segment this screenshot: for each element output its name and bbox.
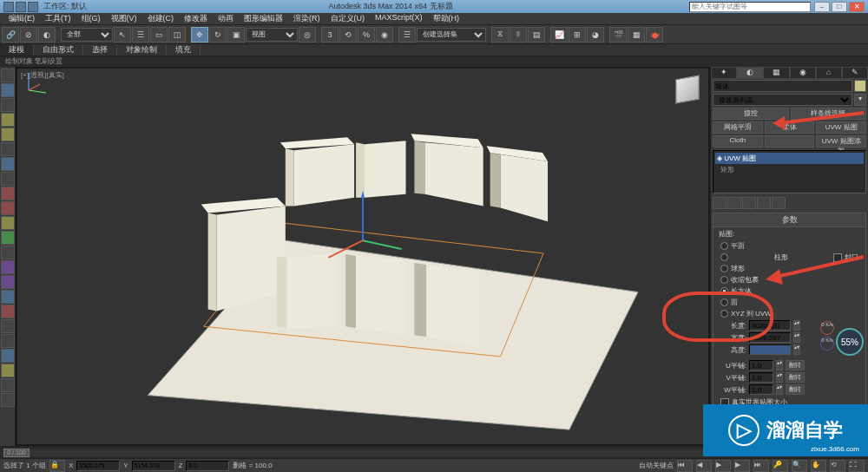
gotoend-icon[interactable]: ⏭ bbox=[753, 460, 769, 472]
length-input[interactable] bbox=[749, 320, 791, 331]
rendersetup-icon[interactable]: 🎬 bbox=[609, 27, 627, 43]
lt-18-icon[interactable] bbox=[1, 319, 15, 333]
menu-group[interactable]: 组(G) bbox=[76, 13, 106, 24]
schematic-icon[interactable]: ⊞ bbox=[569, 27, 586, 43]
menu-modifiers[interactable]: 修改器 bbox=[179, 13, 213, 24]
tab-populate[interactable]: 填充 bbox=[167, 44, 201, 56]
btn-cameracorrect[interactable]: 摄控 bbox=[713, 108, 789, 120]
menu-rendering[interactable]: 渲染(R) bbox=[288, 13, 326, 24]
modifier-list-dropdown[interactable]: 修改器列表 bbox=[713, 94, 852, 106]
radio-xyz[interactable]: XYZ 到 UVW bbox=[713, 308, 865, 319]
render-icon[interactable]: 🫖 bbox=[646, 27, 663, 43]
lt-23-icon[interactable] bbox=[1, 393, 15, 407]
snap-icon[interactable]: 3 bbox=[321, 27, 339, 43]
configure-sets-icon[interactable]: ▾ bbox=[854, 94, 866, 106]
lt-15-icon[interactable] bbox=[1, 275, 15, 289]
refcoord-dropdown[interactable]: 视图 bbox=[246, 28, 298, 42]
menu-grapheditors[interactable]: 图形编辑器 bbox=[239, 13, 288, 24]
layers-icon[interactable]: ▤ bbox=[528, 27, 545, 43]
zoom-icon[interactable]: 🔍 bbox=[792, 460, 807, 472]
configure-icon[interactable] bbox=[772, 197, 786, 209]
coord-z-input[interactable] bbox=[186, 461, 229, 471]
prev-icon[interactable]: ◀ bbox=[696, 460, 712, 472]
wflip-button[interactable]: 翻转 bbox=[786, 384, 805, 395]
mirror-icon[interactable]: ⧖ bbox=[491, 27, 509, 43]
length-spin-icon[interactable]: ▴▾ bbox=[793, 320, 800, 331]
maximize-button[interactable]: □ bbox=[832, 2, 847, 12]
btn-flex[interactable]: 柔体 bbox=[765, 121, 815, 134]
cap-checkbox[interactable]: 封口 bbox=[833, 252, 858, 262]
rollup-header-params[interactable]: 参数 bbox=[713, 213, 865, 227]
radio-planar[interactable]: 平面 bbox=[713, 240, 865, 252]
unlink-icon[interactable]: ⊘ bbox=[20, 27, 37, 43]
menu-animation[interactable]: 动画 bbox=[213, 13, 239, 24]
lt-5-icon[interactable] bbox=[1, 128, 15, 141]
help-search-input[interactable] bbox=[689, 2, 811, 12]
vtile-input[interactable] bbox=[749, 372, 773, 383]
radio-shrinkwrap[interactable]: 收缩包裹 bbox=[713, 274, 865, 285]
lt-8-icon[interactable] bbox=[1, 172, 15, 186]
lt-12-icon[interactable] bbox=[1, 231, 15, 245]
orbit-icon[interactable]: ⟲ bbox=[830, 460, 845, 472]
lt-11-icon[interactable] bbox=[1, 216, 15, 230]
menu-maxscript[interactable]: MAXScript(X) bbox=[370, 13, 428, 24]
maximize-vp-icon[interactable]: ⛶ bbox=[849, 460, 865, 472]
tab-modeling[interactable]: 建模 bbox=[0, 44, 34, 56]
material-icon[interactable]: ◕ bbox=[587, 27, 604, 43]
btn-cloth[interactable]: Cloth bbox=[713, 135, 763, 148]
lt-14-icon[interactable] bbox=[1, 260, 15, 274]
namedsel-icon[interactable]: ☰ bbox=[398, 27, 416, 43]
pan-icon[interactable]: ✋ bbox=[811, 460, 826, 472]
vtile-spin-icon[interactable]: ▴▾ bbox=[776, 372, 783, 383]
remove-mod-icon[interactable] bbox=[757, 197, 771, 209]
width-spin-icon[interactable]: ▴▾ bbox=[793, 332, 800, 343]
width-input[interactable] bbox=[749, 332, 791, 343]
selectname-icon[interactable]: ☰ bbox=[132, 27, 149, 43]
rectselect-icon[interactable]: ▭ bbox=[150, 27, 168, 43]
anglesnap-icon[interactable]: ⟲ bbox=[339, 27, 357, 43]
height-input[interactable] bbox=[749, 344, 791, 355]
pctsnap-icon[interactable]: % bbox=[358, 27, 375, 43]
workspace-label[interactable]: 工作区: 默认 bbox=[38, 1, 92, 12]
radio-cylindrical[interactable]: 柱形封口 bbox=[713, 252, 865, 263]
modifier-stack[interactable]: ◈ UVW 贴图 矩形 bbox=[713, 150, 866, 193]
tab-display-icon[interactable]: ⌂ bbox=[816, 67, 842, 79]
radio-box[interactable]: 长方体 bbox=[713, 285, 865, 297]
next-icon[interactable]: ▶ bbox=[734, 460, 750, 472]
lt-6-icon[interactable] bbox=[1, 142, 15, 156]
select-icon[interactable]: ↖ bbox=[114, 27, 131, 43]
height-spin-icon[interactable]: ▴▾ bbox=[793, 344, 800, 355]
lt-21-icon[interactable] bbox=[1, 364, 15, 377]
undo-icon[interactable] bbox=[16, 2, 26, 12]
object-color-swatch[interactable] bbox=[854, 80, 866, 92]
move-icon[interactable]: ✥ bbox=[191, 27, 208, 43]
utile-input[interactable] bbox=[749, 360, 773, 370]
curveeditor-icon[interactable]: 📈 bbox=[550, 27, 568, 43]
object-name-input[interactable] bbox=[713, 80, 852, 92]
tab-modify-icon[interactable]: ◐ bbox=[737, 67, 763, 79]
btn-meshsmooth[interactable]: 网格平滑 bbox=[713, 121, 763, 134]
app-icon[interactable] bbox=[3, 2, 14, 12]
window-icon[interactable]: ◫ bbox=[168, 27, 186, 43]
tab-create-icon[interactable]: ✦ bbox=[711, 67, 737, 79]
menu-create[interactable]: 创建(C) bbox=[142, 13, 180, 24]
gotostart-icon[interactable]: ⏮ bbox=[677, 460, 693, 472]
btn-uvwmap[interactable]: UVW 贴图 bbox=[816, 121, 866, 134]
rotate-icon[interactable]: ↻ bbox=[209, 27, 227, 43]
lt-19-icon[interactable] bbox=[1, 334, 15, 348]
redo-icon[interactable] bbox=[28, 2, 38, 12]
lt-22-icon[interactable] bbox=[1, 378, 15, 392]
namedsel-dropdown[interactable]: 创建选择集 bbox=[417, 28, 486, 42]
btn-splinesel[interactable]: 样条线选择 bbox=[791, 108, 867, 120]
menu-help[interactable]: 帮助(H) bbox=[428, 13, 465, 24]
tab-freeform[interactable]: 自由形式 bbox=[34, 44, 83, 56]
lt-9-icon[interactable] bbox=[1, 187, 15, 200]
lt-1-icon[interactable] bbox=[1, 69, 15, 82]
stack-item-uvw[interactable]: ◈ UVW 贴图 bbox=[715, 153, 864, 164]
lt-3-icon[interactable] bbox=[1, 98, 15, 112]
menu-customize[interactable]: 自定义(U) bbox=[326, 13, 371, 24]
tab-objectpaint[interactable]: 对象绘制 bbox=[117, 44, 167, 56]
lt-17-icon[interactable] bbox=[1, 305, 15, 318]
pin-stack-icon[interactable] bbox=[713, 197, 727, 209]
viewcube[interactable] bbox=[670, 72, 705, 107]
